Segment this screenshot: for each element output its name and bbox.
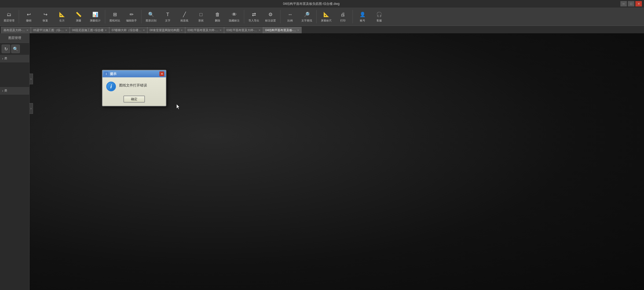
toolbar-icon-scale: ↔	[286, 11, 294, 18]
dialog-title-icon: i	[104, 72, 108, 76]
toolbar-separator-measure-stat	[105, 10, 105, 23]
toolbar-item-draw-line[interactable]: ╱ 画直线	[176, 8, 192, 25]
sidebar-search-button[interactable]: 🔍	[11, 45, 20, 53]
sidebar-section-header-1[interactable]: › 类	[0, 55, 29, 62]
toolbar-icon-layer-mgr: 🗂	[5, 11, 13, 18]
toolbar-icon-undo: ↩	[25, 11, 32, 18]
sidebar-section-label-2: 类	[4, 89, 7, 93]
tab-tab6[interactable]: 03柱平面布置及大样-… ✕	[185, 27, 224, 33]
toolbar-label-shape: 形状	[198, 19, 204, 22]
sidebar-collapse-button-1[interactable]: ›	[29, 74, 33, 84]
toolbar-item-text-find[interactable]: 🔎 文字查找	[299, 8, 315, 25]
tab-tab8[interactable]: 04结构平面布置及板-… ✕	[263, 27, 302, 33]
title-bar-controls: ─ □ ✕	[620, 1, 642, 6]
toolbar-label-measure-stat: 测量统计	[90, 19, 101, 22]
tab-tab2[interactable]: 05梁平法施工图（综-… ✕	[31, 27, 70, 33]
sidebar-refresh-button[interactable]: ↻	[2, 45, 10, 53]
tab-close-tab1[interactable]: ✕	[26, 29, 28, 32]
toolbar-label-import: 导入导出	[248, 19, 259, 22]
sidebar-collapse-button-2[interactable]: ›	[29, 103, 33, 114]
dialog-footer: 确定	[103, 94, 166, 106]
dialog-info-icon: i	[106, 82, 116, 91]
dialog-close-button[interactable]: ✕	[159, 71, 164, 76]
toolbar-item-print[interactable]: 🖨 打印	[335, 8, 351, 25]
toolbar-label-redo: 恢复	[43, 19, 48, 22]
maximize-button[interactable]: □	[628, 1, 634, 6]
sidebar-section-header-2[interactable]: › 类	[0, 87, 29, 95]
tab-tab5[interactable]: 08食堂屋盖网架结构图 ✕	[147, 27, 185, 33]
toolbar-item-account[interactable]: 👤 账号	[354, 8, 371, 25]
toolbar-icon-edit-helper: ✏	[128, 11, 135, 18]
toolbar-item-shape[interactable]: □ 形状	[193, 8, 209, 25]
toolbar-item-mark-config[interactable]: ⚙ 标注设置	[262, 8, 279, 25]
sidebar-section-1: › 类	[0, 55, 29, 62]
toolbar-label-shape-recog: 图形识别	[146, 19, 156, 22]
tab-label-tab3: 06阻尼器施工图~综合楼	[72, 28, 104, 32]
toolbar-item-redo[interactable]: ↪ 恢复	[37, 8, 53, 25]
toolbar-item-layer-mgr[interactable]: 🗂 图层管理	[1, 8, 17, 25]
tab-close-tab3[interactable]: ✕	[105, 29, 107, 32]
tab-close-tab8[interactable]: ✕	[297, 29, 299, 32]
chevron-right-icon-2: ›	[2, 89, 3, 92]
tab-close-tab5[interactable]: ✕	[181, 29, 183, 32]
toolbar-label-layer-mgr: 图层管理	[4, 19, 14, 22]
toolbar-item-measure-stat[interactable]: 📊 测量统计	[87, 8, 103, 25]
toolbar-label-measure: 测量	[76, 19, 81, 22]
toolbar-item-undo[interactable]: ↩ 撤销	[21, 8, 37, 25]
toolbar-label-screen-ruler: 屏幕标尺	[321, 19, 332, 22]
tab-label-tab6: 03柱平面布置及大样-…	[188, 28, 218, 32]
toolbar-separator-mark-config	[280, 10, 280, 23]
toolbar-item-import[interactable]: ⇄ 导入导出	[246, 8, 262, 25]
tab-close-tab7[interactable]: ✕	[258, 29, 261, 32]
toolbar-icon-erase: 🗑	[214, 11, 221, 18]
title-text: 04结构平面布置及板负筋图-综合楼.dwg	[2, 2, 620, 6]
toolbar-label-print: 打印	[340, 19, 346, 22]
toolbar-separator-layer-mgr	[19, 10, 19, 23]
toolbar-item-erase[interactable]: 🗑 删除	[210, 8, 226, 25]
tab-label-tab1: 画布层及大样-…	[3, 28, 25, 32]
dialog-title-bar: i 提示 ✕	[103, 70, 166, 77]
sidebar-section-label-1: 类	[4, 56, 7, 60]
toolbar-separator-print	[353, 10, 353, 23]
toolbar-icon-text: T	[164, 11, 171, 18]
tab-label-tab7: 03柱平面布置及大样-…	[226, 28, 257, 32]
toolbar-icon-import: ⇄	[250, 11, 258, 18]
sidebar-header: 图层管理	[0, 33, 29, 43]
toolbar-item-align[interactable]: ⊞ 图纸对比	[107, 8, 123, 25]
tab-close-tab4[interactable]: ✕	[143, 29, 145, 32]
toolbar-icon-shape-recog: 🔍	[147, 11, 155, 18]
error-dialog: i 提示 ✕ i 图纸文件打开错误 确定	[102, 70, 166, 106]
tab-tab4[interactable]: 07楼梯大样（综合楼… ✕	[109, 27, 147, 33]
toolbar-label-text: 文字	[165, 19, 170, 22]
toolbar-item-screen-ruler[interactable]: 📐 屏幕标尺	[318, 8, 334, 25]
dialog-title-text: 提示	[110, 72, 158, 76]
tab-tab3[interactable]: 06阻尼器施工图~综合楼 ✕	[70, 27, 109, 33]
toolbar-item-edit-helper[interactable]: ✏ 编辑助手	[123, 8, 140, 25]
tab-bar: 画布层及大样-… ✕ 05梁平法施工图（综-… ✕ 06阻尼器施工图~综合楼 ✕…	[0, 26, 644, 33]
close-window-button[interactable]: ✕	[635, 1, 642, 6]
toolbar-icon-redo: ↪	[42, 11, 49, 18]
minimize-button[interactable]: ─	[620, 1, 627, 6]
toolbar-icon-mark-config: ⚙	[267, 11, 274, 18]
tab-tab7[interactable]: 03柱平面布置及大样-… ✕	[224, 27, 263, 33]
toolbar-icon-hide-mark: 👁	[230, 11, 238, 18]
tab-label-tab2: 05梁平法施工图（综-…	[33, 28, 64, 32]
toolbar-item-scale[interactable]: ↔ 比例	[282, 8, 298, 25]
tab-close-tab6[interactable]: ✕	[219, 29, 222, 32]
toolbar-item-hide-mark[interactable]: 👁 隐藏标注	[226, 8, 242, 25]
toolbar-icon-measure-stat: 📊	[92, 11, 99, 18]
toolbar-label-account: 账号	[360, 19, 365, 22]
toolbar-label-customer: 客服	[376, 19, 382, 22]
toolbar-item-count[interactable]: 📐 生方	[54, 8, 70, 25]
toolbar-item-measure[interactable]: 📏 测量	[71, 8, 87, 25]
toolbar-item-shape-recog[interactable]: 🔍 图形识别	[143, 8, 159, 25]
toolbar-item-customer[interactable]: 🎧 客服	[371, 8, 387, 25]
toolbar-icon-draw-line: ╱	[181, 11, 188, 18]
tab-tab1[interactable]: 画布层及大样-… ✕	[1, 27, 31, 33]
tab-close-tab2[interactable]: ✕	[65, 29, 67, 32]
sidebar-section-2: › 类	[0, 87, 29, 95]
toolbar-separator-edit-helper	[141, 10, 141, 23]
toolbar-label-scale: 比例	[287, 19, 293, 22]
dialog-ok-button[interactable]: 确定	[123, 96, 145, 103]
toolbar-item-text[interactable]: T 文字	[160, 8, 176, 25]
